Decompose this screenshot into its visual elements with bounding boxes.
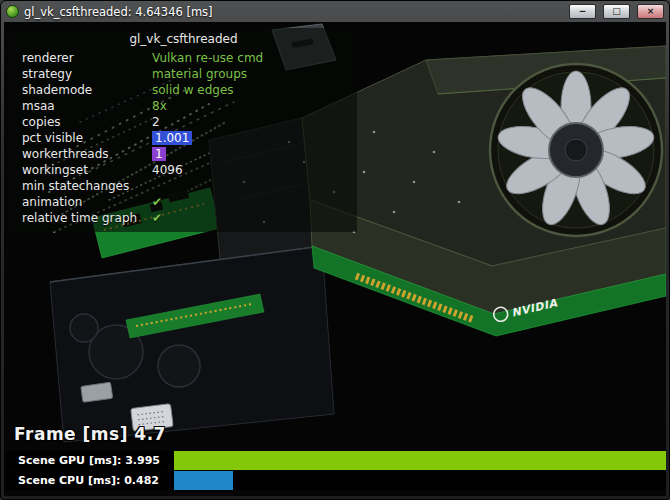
titlebar[interactable]: gl_vk_csfthreaded: 4.64346 [ms] − □ × (1, 1, 669, 22)
row-label: workerthreads (22, 147, 144, 161)
row-label: copies (22, 115, 144, 129)
minimize-icon: − (579, 6, 587, 16)
gpu-time-bar (174, 451, 666, 470)
panel-row-pct-visible[interactable]: pct visible 1.001 (10, 130, 357, 146)
row-label: relative time graph (22, 211, 144, 225)
cpu-time-track (174, 471, 666, 490)
close-icon: × (647, 6, 655, 16)
client-area: NVIDIA gl_vk_csfthreaded renderer Vulkan… (4, 22, 666, 496)
app-window: gl_vk_csfthreaded: 4.64346 [ms] − □ × (0, 0, 670, 500)
panel-row-shademode[interactable]: shademode solid w edges (10, 82, 357, 98)
row-label: shademode (22, 83, 144, 97)
row-value[interactable]: 4096 (152, 163, 183, 177)
cpu-time-row: Scene CPU [ms]: 0.482 (4, 471, 666, 490)
maximize-icon: □ (612, 6, 621, 16)
panel-row-animation[interactable]: animation ✔ (10, 194, 357, 210)
row-value[interactable]: solid w edges (152, 83, 234, 97)
close-button[interactable]: × (637, 4, 664, 19)
frame-time-label: Frame [ms] 4.7 (14, 424, 166, 444)
check-icon[interactable]: ✔ (152, 211, 162, 225)
settings-panel: gl_vk_csfthreaded renderer Vulkan re-use… (10, 28, 357, 232)
cpu-time-bar (174, 471, 233, 490)
minimize-button[interactable]: − (569, 4, 596, 19)
panel-row-copies[interactable]: copies 2 (10, 114, 357, 130)
check-icon[interactable]: ✔ (152, 195, 162, 209)
row-label: workingset (22, 163, 144, 177)
maximize-button[interactable]: □ (603, 4, 630, 19)
row-value[interactable]: 1 (152, 147, 166, 161)
panel-row-workerthreads[interactable]: workerthreads 1 (10, 146, 357, 162)
row-value[interactable]: material groups (152, 67, 247, 81)
row-label: pct visible (22, 131, 144, 145)
panel-row-renderer[interactable]: renderer Vulkan re-use cmd (10, 50, 357, 66)
row-value[interactable]: 8x (152, 99, 167, 113)
row-label: strategy (22, 67, 144, 81)
row-label: min statechanges (22, 179, 144, 193)
row-value[interactable]: 2 (152, 115, 160, 129)
panel-title: gl_vk_csfthreaded (10, 30, 357, 50)
gpu-time-track (174, 451, 666, 470)
panel-row-workingset[interactable]: workingset 4096 (10, 162, 357, 178)
panel-row-min-statechanges[interactable]: min statechanges (10, 178, 357, 194)
gpu-time-label: Scene GPU [ms]: 3.995 (4, 451, 174, 470)
window-title: gl_vk_csfthreaded: 4.64346 [ms] (24, 2, 562, 22)
panel-row-strategy[interactable]: strategy material groups (10, 66, 357, 82)
cpu-time-label: Scene CPU [ms]: 0.482 (4, 471, 174, 490)
gpu-time-row: Scene GPU [ms]: 3.995 (4, 451, 666, 470)
panel-row-msaa[interactable]: msaa 8x (10, 98, 357, 114)
row-label: renderer (22, 51, 144, 65)
app-icon (6, 5, 19, 18)
row-label: msaa (22, 99, 144, 113)
row-value[interactable]: Vulkan re-use cmd (152, 51, 263, 65)
panel-row-relative-time-graph[interactable]: relative time graph ✔ (10, 210, 357, 226)
row-label: animation (22, 195, 144, 209)
gpu-fan (490, 64, 662, 236)
row-value[interactable]: 1.001 (152, 131, 192, 145)
